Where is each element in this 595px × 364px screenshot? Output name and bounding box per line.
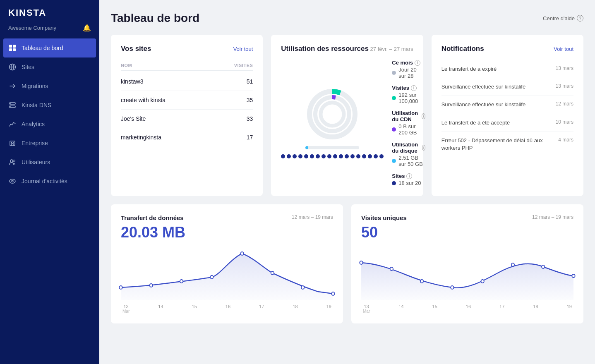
svg-point-36 bbox=[511, 263, 514, 266]
x-label: 15 bbox=[432, 304, 437, 309]
svg-point-34 bbox=[451, 286, 453, 289]
dns-icon bbox=[8, 101, 17, 109]
svg-point-26 bbox=[210, 275, 213, 279]
table-row: kinstaw3 51 bbox=[121, 72, 253, 91]
visits-date-range: 12 mars – 19 mars bbox=[532, 214, 573, 220]
notif-date: 13 mars bbox=[556, 83, 573, 89]
metric-value: 18 sur 20 bbox=[392, 180, 425, 186]
svg-rect-13 bbox=[13, 142, 14, 143]
info-icon[interactable]: i bbox=[406, 173, 412, 179]
svg-point-14 bbox=[10, 160, 13, 162]
svg-point-22 bbox=[321, 103, 344, 126]
site-visits: 35 bbox=[247, 97, 253, 103]
site-dot bbox=[316, 154, 320, 158]
site-dot bbox=[350, 154, 355, 158]
table-row: create with kinsta 35 bbox=[121, 91, 253, 110]
x-label: 16 bbox=[466, 304, 471, 309]
notif-text: Surveillance effectuée sur kinstalife bbox=[441, 101, 551, 108]
site-name: Joe's Site bbox=[121, 115, 247, 122]
svg-point-38 bbox=[572, 274, 575, 278]
site-visits: 17 bbox=[247, 134, 253, 141]
site-dot bbox=[333, 154, 337, 158]
info-icon[interactable]: i bbox=[415, 60, 420, 66]
info-icon[interactable]: i bbox=[422, 113, 425, 119]
site-dot bbox=[321, 154, 326, 158]
svg-rect-1 bbox=[13, 45, 16, 48]
x-label: 18 bbox=[533, 304, 538, 309]
site-dot bbox=[327, 154, 331, 158]
sidebar-item-journal-activites[interactable]: Journal d'activités bbox=[0, 172, 99, 191]
info-icon[interactable]: i bbox=[411, 85, 417, 91]
bottom-charts-row: Transfert de données 12 mars – 19 mars 2… bbox=[111, 204, 583, 323]
metric-label: Sites i bbox=[392, 173, 425, 179]
notif-text: Surveillance effectuée sur kinstalife bbox=[441, 83, 551, 91]
svg-rect-12 bbox=[11, 142, 12, 143]
notifications-card-header: Notifications Voir tout bbox=[441, 45, 573, 53]
info-icon[interactable]: i bbox=[422, 145, 425, 151]
notification-bell-icon[interactable]: 🔔 bbox=[83, 24, 91, 32]
sidebar-item-sites[interactable]: Sites bbox=[0, 57, 99, 77]
page-title: Tableau de bord bbox=[111, 12, 199, 25]
x-label: 18 bbox=[293, 304, 298, 309]
svg-point-29 bbox=[301, 286, 304, 289]
metric-disque: Utilisation du disque i 2.51 GB sur 50 G… bbox=[392, 141, 425, 167]
sidebar-item-entreprise[interactable]: Entreprise bbox=[0, 134, 99, 153]
site-dot bbox=[345, 154, 349, 158]
visits-title: Visites uniques bbox=[361, 214, 407, 221]
sites-table-body: kinstaw3 51 create with kinsta 35 Joe's … bbox=[121, 72, 253, 146]
notifications-voir-tout-link[interactable]: Voir tout bbox=[554, 46, 573, 52]
sites-voir-tout-link[interactable]: Voir tout bbox=[233, 46, 253, 52]
x-label: 15 bbox=[192, 304, 197, 309]
site-dot bbox=[304, 154, 308, 158]
site-dot bbox=[339, 154, 343, 158]
notif-date: 4 mars bbox=[558, 137, 573, 143]
sites-card-title: Vos sites bbox=[121, 45, 151, 53]
site-name: kinstaw3 bbox=[121, 78, 247, 85]
metric-dot bbox=[392, 181, 396, 185]
notif-date: 10 mars bbox=[556, 119, 573, 125]
metric-value: Jour 20 sur 28 bbox=[392, 67, 425, 79]
logo-text: KINSTA bbox=[8, 7, 46, 18]
help-link[interactable]: Centre d'aide ? bbox=[543, 15, 583, 22]
x-label: 19 bbox=[567, 304, 572, 309]
metric-dot bbox=[392, 159, 396, 163]
x-sublabel: Mar bbox=[363, 309, 370, 314]
company-name: Awesome Company bbox=[8, 25, 56, 31]
sidebar-item-utilisateurs[interactable]: Utilisateurs bbox=[0, 153, 99, 172]
disk-bar-container bbox=[305, 146, 359, 149]
metric-value: 192 sur 100,000 bbox=[392, 92, 425, 104]
help-icon: ? bbox=[577, 15, 583, 22]
notif-item: Erreur 502 - Dépassement de délai dû aux… bbox=[441, 132, 573, 157]
sidebar-item-label: Migrations bbox=[22, 83, 48, 89]
visits-card: Visites uniques 12 mars – 19 mars 50 bbox=[351, 204, 583, 323]
metric-dot bbox=[392, 71, 396, 75]
disk-bar-background bbox=[305, 146, 359, 149]
building-icon bbox=[8, 139, 17, 147]
sidebar-item-migrations[interactable]: Migrations bbox=[0, 77, 99, 96]
metrics-area: Ce mois i Jour 20 sur 28 Visites i bbox=[392, 60, 425, 186]
sidebar-item-label: Entreprise bbox=[22, 140, 48, 146]
x-label: 14 bbox=[398, 304, 403, 309]
col-visites-label: VISITES bbox=[234, 63, 253, 68]
notif-date: 12 mars bbox=[556, 101, 573, 107]
x-label: 17 bbox=[259, 304, 264, 309]
notifications-card: Notifications Voir tout Le transfert de … bbox=[432, 35, 583, 196]
sites-card: Vos sites Voir tout NOM VISITES kinstaw3… bbox=[111, 35, 263, 196]
sidebar-item-tableau-de-bord[interactable]: Tableau de bord bbox=[3, 38, 96, 57]
x-label: 13 bbox=[363, 304, 370, 309]
site-dot bbox=[281, 154, 285, 158]
help-label: Centre d'aide bbox=[543, 15, 575, 22]
site-name: create with kinsta bbox=[121, 97, 247, 103]
site-dot bbox=[362, 154, 366, 158]
donut-area bbox=[281, 87, 384, 158]
metric-sites: Sites i 18 sur 20 bbox=[392, 173, 425, 186]
sidebar-item-label: Analytics bbox=[22, 121, 45, 127]
donut-chart bbox=[305, 87, 359, 141]
notifications-title: Notifications bbox=[441, 45, 484, 53]
sidebar: KINSTA Awesome Company 🔔 Tableau de bord… bbox=[0, 0, 99, 364]
transfer-header: Transfert de données 12 mars – 19 mars bbox=[121, 214, 333, 221]
sidebar-item-kinsta-dns[interactable]: Kinsta DNS bbox=[0, 96, 99, 115]
table-row: marketingkinsta 17 bbox=[121, 128, 253, 146]
sidebar-item-label: Tableau de bord bbox=[22, 45, 63, 51]
sidebar-item-analytics[interactable]: Analytics bbox=[0, 115, 99, 134]
